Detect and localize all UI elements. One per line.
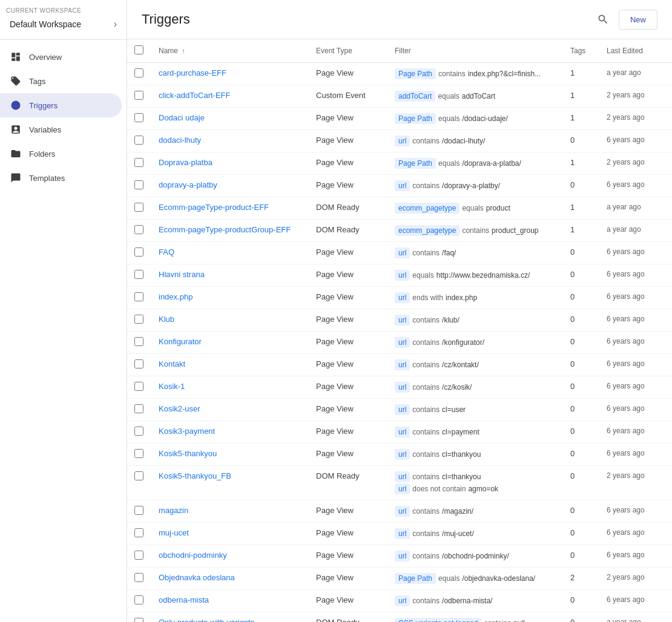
row-checkbox[interactable] [134, 91, 143, 100]
chevron-right-icon: › [114, 19, 117, 30]
row-checkbox[interactable] [134, 158, 143, 167]
edited-cell: 6 years ago [599, 287, 672, 309]
trigger-name-link[interactable]: Kosik3-payment [159, 427, 215, 436]
row-checkbox[interactable] [134, 225, 143, 234]
search-button[interactable] [592, 8, 614, 30]
filter-cell: addToCartequalsaddToCart [387, 85, 563, 108]
row-checkbox[interactable] [134, 315, 143, 324]
filter-operator: contains [412, 338, 440, 347]
row-checkbox[interactable] [134, 382, 143, 391]
trigger-name-link[interactable]: card-purchase-EFF [159, 68, 226, 77]
row-checkbox[interactable] [134, 595, 143, 604]
trigger-name-link[interactable]: Kosik-1 [159, 382, 185, 391]
row-checkbox[interactable] [134, 427, 143, 436]
variable-icon [10, 123, 22, 136]
row-checkbox[interactable] [134, 618, 143, 622]
trigger-name-link[interactable]: dopravy-a-platby [159, 180, 217, 189]
filter-value: null [513, 619, 525, 622]
table-row: click-addToCart-EFFCustom EventaddToCart… [127, 85, 672, 108]
filter-cell: urlcontainscl=user [387, 399, 563, 421]
trigger-name-link[interactable]: Objednavka odeslana [159, 573, 235, 582]
trigger-name-link[interactable]: magazin [159, 506, 188, 515]
row-checkbox[interactable] [134, 68, 143, 77]
trigger-icon [10, 99, 22, 111]
filter-cell: ecomm_pagetypecontainsproduct_group [387, 220, 563, 242]
filter-value: index.php [446, 293, 477, 302]
table-row: KlubPage Viewurlcontains/klub/06 years a… [127, 309, 672, 332]
filter-badge: Page Path [395, 113, 436, 124]
row-checkbox[interactable] [134, 136, 143, 145]
row-checkbox[interactable] [134, 471, 143, 480]
new-button[interactable]: New [619, 10, 657, 30]
trigger-name-link[interactable]: muj-ucet [159, 528, 189, 537]
trigger-name-link[interactable]: Doprava-platba [159, 158, 212, 167]
row-checkbox[interactable] [134, 337, 143, 346]
trigger-name-link[interactable]: Klub [159, 315, 174, 324]
sidebar-item-variables[interactable]: Variables [0, 117, 122, 142]
trigger-name-link[interactable]: click-addToCart-EFF [159, 91, 230, 100]
main-content: Triggers New Name ↑ Ev [127, 0, 672, 622]
filter-cell: urlcontains/cz/kosik/ [387, 376, 563, 399]
filter-cell: urlcontains/obchodni-podminky/ [387, 545, 563, 568]
trigger-name-link[interactable]: Kontakt [159, 359, 185, 368]
sidebar-item-templates[interactable]: Templates [0, 166, 122, 190]
tags-cell: 0 [563, 545, 599, 568]
table-row: Kosik3-paymentPage Viewurlcontainscl=pay… [127, 421, 672, 444]
filter-operator: contains [412, 383, 440, 391]
row-checkbox[interactable] [134, 506, 143, 515]
sidebar-item-tags[interactable]: Tags [0, 69, 122, 93]
trigger-name-link[interactable]: odberna-mista [159, 595, 209, 604]
event-type-cell: Page View [309, 421, 387, 444]
tags-cell: 1 [563, 197, 599, 220]
trigger-name-link[interactable]: obchodni-podminky [159, 551, 227, 560]
edited-cell: 6 years ago [599, 500, 672, 523]
event-type-cell: Page View [309, 332, 387, 354]
row-checkbox[interactable] [134, 528, 143, 537]
row-checkbox[interactable] [134, 247, 143, 257]
edited-cell: 2 years ago [599, 568, 672, 590]
filter-badge: Page Path [395, 68, 436, 79]
sidebar-item-overview[interactable]: Overview [0, 45, 122, 69]
trigger-name-link[interactable]: Ecomm-pageType-productGroup-EFF [159, 225, 291, 234]
row-checkbox[interactable] [134, 359, 143, 368]
template-icon [10, 172, 22, 184]
filter-cell: CSS-variants-not-loggedcontainsnull [387, 612, 563, 623]
trigger-name-link[interactable]: index.php [159, 292, 193, 301]
filter-operator: contains [412, 249, 440, 257]
filter-operator: contains [412, 473, 440, 481]
filter-operator: contains [412, 137, 440, 145]
tags-cell: 1 [563, 85, 599, 108]
filter-badge: url [395, 270, 410, 281]
row-checkbox[interactable] [134, 449, 143, 458]
toolbar: Triggers New [127, 0, 672, 39]
tags-cell: 1 [563, 108, 599, 130]
row-checkbox[interactable] [134, 270, 143, 279]
row-checkbox[interactable] [134, 404, 143, 413]
row-checkbox[interactable] [134, 292, 143, 301]
trigger-name-link[interactable]: Kosik5-thankyou_FB [159, 471, 231, 480]
sidebar-item-folders[interactable]: Folders [0, 142, 122, 166]
row-checkbox[interactable] [134, 203, 143, 212]
trigger-name-link[interactable]: FAQ [159, 247, 174, 257]
event-type-cell: DOM Ready [309, 220, 387, 242]
trigger-name-link[interactable]: Ecomm-pageType-product-EFF [159, 203, 269, 212]
trigger-name-link[interactable]: Konfigurator [159, 337, 202, 346]
row-checkbox[interactable] [134, 573, 143, 582]
row-checkbox[interactable] [134, 551, 143, 560]
table-row: Only-products-with-variantsDOM ReadyCSS-… [127, 612, 672, 623]
row-checkbox[interactable] [134, 113, 143, 122]
event-type-cell: DOM Ready [309, 197, 387, 220]
toolbar-actions: New [592, 8, 657, 30]
workspace-name[interactable]: Default Workspace › [6, 16, 120, 32]
trigger-name-link[interactable]: dodaci-lhuty [159, 136, 201, 145]
row-checkbox[interactable] [134, 180, 143, 189]
filter-operator: contains [462, 226, 489, 235]
trigger-name-link[interactable]: Dodaci udaje [159, 113, 205, 122]
trigger-name-link[interactable]: Only-products-with-variants [159, 618, 254, 622]
sidebar-item-triggers[interactable]: Triggers [0, 93, 122, 117]
filter-badge: url [395, 528, 410, 539]
trigger-name-link[interactable]: Kosik2-user [159, 404, 200, 413]
trigger-name-link[interactable]: Hlavni strana [159, 270, 205, 279]
trigger-name-link[interactable]: Kosik5-thankyou [159, 449, 217, 458]
select-all-checkbox[interactable] [134, 45, 143, 54]
